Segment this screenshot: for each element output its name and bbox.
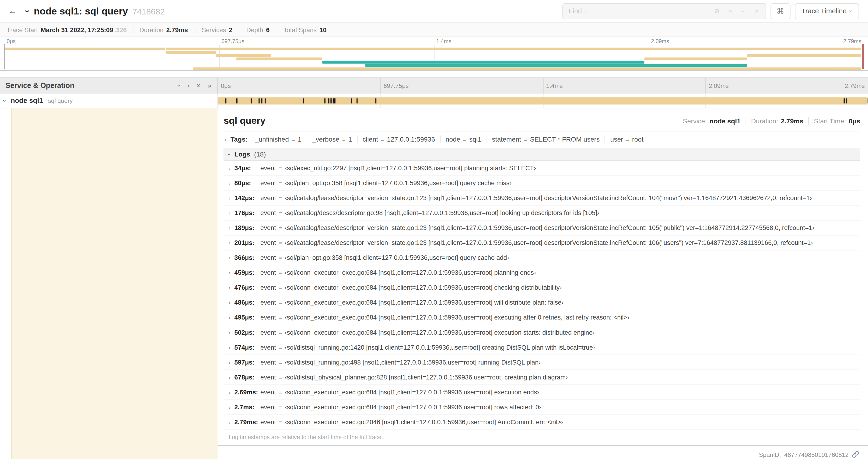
find-bar: ⊕ › › × — [562, 3, 766, 19]
log-equals: = — [279, 329, 282, 335]
log-row[interactable]: › 502μs: event = ‹sql/conn_executor_exec… — [223, 325, 860, 340]
meta-item: Start Time: 0μs — [808, 117, 860, 125]
minimap-span — [645, 58, 748, 60]
log-row[interactable]: › 597μs: event = ‹sql/distsql_running.go… — [223, 355, 860, 370]
service-operation-header: Service & Operation › › » » — [0, 78, 217, 93]
log-field-value: ‹sql/conn_executor_exec.go:684 [nsql1,cl… — [285, 404, 541, 410]
spacer — [0, 71, 868, 77]
chevron-right-icon[interactable]: › — [229, 270, 230, 276]
log-row[interactable]: › 2.69ms: event = ‹sql/conn_executor_exe… — [223, 385, 860, 400]
log-equals: = — [279, 270, 282, 276]
log-row[interactable]: › 176μs: event = ‹sql/catalog/descs/desc… — [223, 206, 860, 221]
log-marker — [351, 98, 352, 103]
find-input[interactable] — [563, 3, 710, 19]
link-icon[interactable] — [852, 451, 859, 458]
log-row[interactable]: › 459μs: event = ‹sql/conn_executor_exec… — [223, 265, 860, 280]
collapse-one-icon[interactable]: › — [176, 85, 183, 87]
log-marker — [333, 98, 334, 103]
collapse-all-icon[interactable]: » — [195, 84, 202, 87]
log-field-value: ‹sql/catalog/lease/descriptor_version_st… — [285, 225, 814, 231]
summary-item-value: March 31 2022, 17:25:09 — [40, 26, 113, 33]
minimap-scrubber-right[interactable] — [862, 44, 864, 69]
logs-section-header[interactable]: › Logs (18) — [223, 147, 860, 161]
log-row[interactable]: › 189μs: event = ‹sql/catalog/lease/desc… — [223, 221, 860, 236]
log-field-value: ‹sql/distsql_running.go:1420 [nsql1,clie… — [285, 344, 595, 351]
minimap-scrubber-left[interactable] — [4, 44, 5, 69]
minimap-tick-label: 2.09ms — [649, 38, 671, 44]
keyboard-shortcuts-button[interactable]: ⌘ — [771, 3, 790, 19]
log-row[interactable]: › 678μs: event = ‹sql/distsql_physical_p… — [223, 370, 860, 385]
log-row[interactable]: › 2.79ms: event = ‹sql/conn_executor_exe… — [223, 415, 860, 430]
tag-item: statement = SELECT * FROM users — [487, 135, 605, 143]
log-field-name: event — [260, 165, 276, 171]
chevron-right-icon[interactable]: › — [229, 359, 230, 365]
chevron-right-icon[interactable]: › — [229, 344, 230, 350]
chevron-right-icon[interactable]: › — [229, 389, 230, 395]
log-field-value: ‹sql/conn_executor_exec.go:684 [nsql1,cl… — [285, 284, 562, 291]
chevron-right-icon[interactable]: › — [229, 315, 230, 321]
log-row[interactable]: › 201μs: event = ‹sql/catalog/lease/desc… — [223, 236, 860, 251]
log-equals: = — [279, 255, 282, 261]
log-timestamp: 459μs: — [234, 269, 260, 276]
log-row[interactable]: › 574μs: event = ‹sql/distsql_running.go… — [223, 340, 860, 355]
log-row[interactable]: › 495μs: event = ‹sql/conn_executor_exec… — [223, 310, 860, 325]
span-gantt-bar[interactable] — [218, 97, 868, 104]
tag-key: _unfinished — [255, 135, 289, 143]
trace-collapse-chevron-icon[interactable]: › — [23, 9, 33, 12]
log-row[interactable]: › 366μs: event = ‹sql/plan_opt.go:358 [n… — [223, 251, 860, 265]
chevron-right-icon[interactable]: › — [229, 329, 230, 335]
prev-match-icon[interactable]: › — [727, 4, 733, 18]
log-timestamp: 2.79ms: — [234, 419, 260, 425]
log-row[interactable]: › 80μs: event = ‹sql/plan_opt.go:358 [ns… — [223, 176, 860, 191]
log-field-value: ‹sql/catalog/lease/descriptor_version_st… — [285, 239, 813, 246]
chevron-right-icon[interactable]: › — [229, 240, 230, 246]
span-detail-title: sql query — [223, 116, 265, 127]
clear-find-icon[interactable]: × — [750, 8, 763, 14]
log-field-name: event — [260, 419, 276, 425]
trace-name: node sql1: sql query — [34, 5, 128, 17]
chevron-down-icon[interactable]: › — [2, 100, 8, 102]
meta-value: 0μs — [849, 117, 860, 125]
span-row-track[interactable] — [217, 94, 868, 108]
chevron-right-icon[interactable]: › — [229, 165, 230, 171]
meta-label: Duration: — [751, 117, 778, 125]
span-row-name-cell[interactable]: › node sql1 sql query — [0, 94, 217, 108]
summary-item-label: Trace Start — [6, 26, 38, 33]
trace-summary-bar: Trace Start March 31 2022, 17:25:09 .326… — [0, 23, 868, 37]
chevron-right-icon[interactable]: › — [229, 225, 230, 231]
chevron-down-icon: › — [848, 10, 855, 12]
chevron-right-icon[interactable]: › — [229, 210, 230, 216]
back-button[interactable]: ← — [0, 0, 25, 22]
chevron-right-icon[interactable]: › — [229, 255, 230, 261]
log-marker — [225, 98, 226, 103]
timeline-minimap[interactable]: 0μs697.75μs1.4ms2.09ms2.79ms — [0, 37, 868, 71]
log-row[interactable]: › 486μs: event = ‹sql/conn_executor_exec… — [223, 295, 860, 310]
expand-one-icon[interactable]: › — [187, 82, 189, 89]
next-match-icon[interactable]: › — [740, 4, 746, 18]
span-row[interactable]: › node sql1 sql query — [0, 94, 868, 108]
log-row[interactable]: › 2.7ms: event = ‹sql/conn_executor_exec… — [223, 400, 860, 415]
chevron-right-icon[interactable]: › — [229, 374, 230, 380]
timeline-ruler[interactable]: 0μs697.75μs1.4ms2.09ms2.79ms — [217, 78, 868, 93]
log-marker — [265, 98, 266, 103]
chevron-right-icon[interactable]: › — [229, 404, 230, 410]
chevron-right-icon[interactable]: › — [229, 195, 230, 201]
log-row[interactable]: › 142μs: event = ‹sql/catalog/lease/desc… — [223, 191, 860, 206]
log-equals: = — [279, 225, 282, 231]
log-row[interactable]: › 34μs: event = ‹sql/exec_util.go:2297 [… — [223, 161, 860, 176]
chevron-right-icon[interactable]: › — [229, 299, 230, 305]
chevron-right-icon[interactable]: › — [229, 419, 230, 425]
log-field-name: event — [260, 314, 276, 321]
view-selector-button[interactable]: Trace Timeline › — [795, 3, 859, 19]
chevron-right-icon[interactable]: › — [229, 180, 230, 186]
chevron-right-icon[interactable]: › — [225, 136, 226, 142]
zoom-to-matches-icon[interactable]: ⊕ — [710, 8, 723, 14]
chevron-down-icon[interactable]: › — [226, 154, 232, 155]
tags-row[interactable]: › Tags: _unfinished = 1 _verbose = 1 — [223, 132, 860, 147]
chevron-right-icon[interactable]: › — [229, 285, 230, 291]
expand-all-icon[interactable]: » — [208, 82, 211, 89]
minimap-tick-label: 1.4ms — [434, 38, 454, 44]
log-row[interactable]: › 476μs: event = ‹sql/conn_executor_exec… — [223, 280, 860, 295]
log-timestamp: 678μs: — [234, 374, 260, 381]
logs-count: (18) — [254, 151, 266, 158]
